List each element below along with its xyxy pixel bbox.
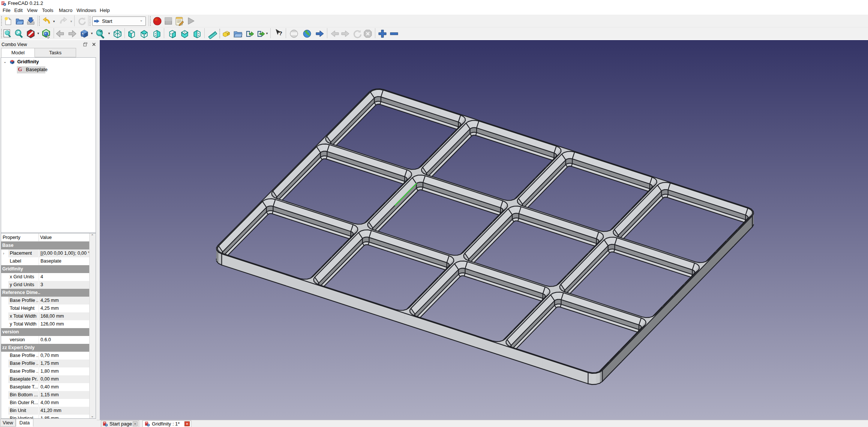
svg-text:?: ? (279, 30, 282, 36)
